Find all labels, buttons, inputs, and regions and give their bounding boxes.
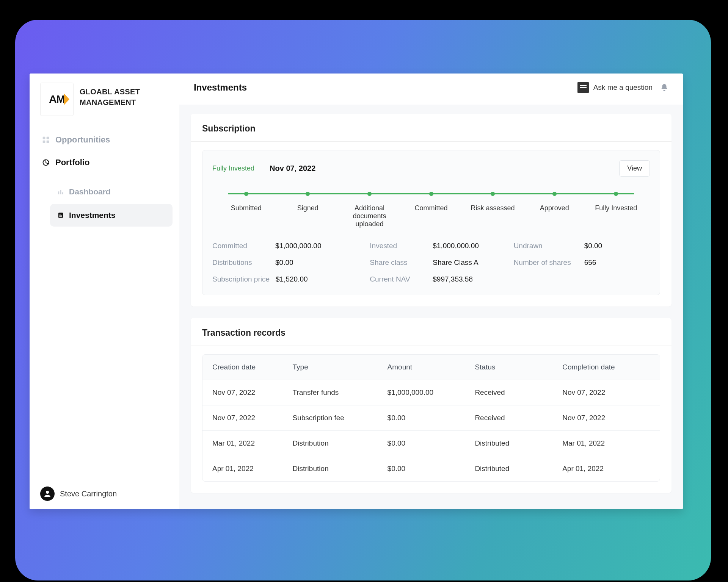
cell-status: Distributed: [475, 439, 562, 447]
table-row[interactable]: Nov 07, 2022 Subscription fee $0.00 Rece…: [202, 405, 660, 431]
step-dot-icon: [244, 192, 248, 196]
brand-logo-text: AM: [49, 93, 65, 105]
subscription-date: Nov 07, 2022: [270, 164, 315, 173]
col-creation-date: Creation date: [212, 363, 293, 371]
kv-number-shares: Number of shares656: [514, 258, 650, 267]
bell-icon[interactable]: [660, 83, 668, 92]
bar-chart-icon: [57, 188, 64, 196]
primary-nav: Opportunities Portfolio: [30, 130, 179, 173]
view-button[interactable]: View: [619, 160, 650, 177]
cell-completion-date: Apr 01, 2022: [562, 465, 650, 473]
nav-opportunities[interactable]: Opportunities: [36, 130, 173, 150]
step-risk-assessed: Risk assessed: [462, 192, 524, 228]
cell-creation-date: Nov 07, 2022: [212, 414, 293, 422]
subscription-card: Subscription Fully Invested Nov 07, 2022…: [191, 114, 672, 307]
subnav-investments[interactable]: Investments: [50, 204, 173, 227]
step-dot-icon: [552, 192, 557, 196]
cell-amount: $1,000,000.00: [388, 388, 475, 397]
kv-sub-price: Subscription price$1,520.00: [212, 275, 362, 283]
svg-rect-0: [43, 137, 46, 139]
table-row[interactable]: Mar 01, 2022 Distribution $0.00 Distribu…: [202, 431, 660, 456]
step-docs-uploaded: Additional documents uploaded: [339, 192, 400, 228]
kv-current-nav: Current NAV$997,353.58: [370, 275, 506, 283]
svg-rect-9: [59, 214, 61, 214]
cell-amount: $0.00: [388, 465, 475, 473]
main: Investments Ask me a question Subscripti…: [179, 74, 683, 509]
step-dot-icon: [306, 192, 310, 196]
subscription-panel: Fully Invested Nov 07, 2022 View Submitt…: [202, 150, 660, 295]
transactions-card: Transaction records Creation date Type A…: [191, 318, 672, 493]
nav-portfolio-label: Portfolio: [55, 158, 89, 167]
kv-label: Committed: [212, 242, 269, 250]
subscription-status: Fully Invested: [212, 164, 254, 172]
brand-name-line1: GLOABL ASSET: [80, 88, 140, 96]
svg-rect-5: [58, 191, 59, 194]
transactions-table: Creation date Type Amount Status Complet…: [202, 354, 660, 482]
svg-point-12: [46, 491, 49, 494]
step-label: Risk assessed: [471, 204, 515, 212]
svg-rect-2: [43, 141, 46, 143]
step-fully-invested: Fully Invested: [585, 192, 647, 228]
cell-creation-date: Mar 01, 2022: [212, 439, 293, 447]
col-amount: Amount: [388, 363, 475, 371]
kv-label: Invested: [370, 242, 427, 250]
step-label: Fully Invested: [595, 204, 637, 212]
svg-rect-7: [62, 192, 63, 194]
table-header: Creation date Type Amount Status Complet…: [202, 355, 660, 380]
cell-status: Distributed: [475, 465, 562, 473]
brand-name: GLOABL ASSET MANAGEMENT: [80, 83, 140, 108]
progress-stepper: Submitted Signed Additional documents up…: [215, 192, 647, 228]
svg-rect-6: [60, 190, 61, 194]
kv-distributions: Distributions$0.00: [212, 258, 362, 267]
kv-label: Undrawn: [514, 242, 578, 250]
gradient-frame: AM GLOABL ASSET MANAGEMENT Opportunities: [15, 20, 711, 580]
table-row[interactable]: Apr 01, 2022 Distribution $0.00 Distribu…: [202, 456, 660, 481]
page-title: Investments: [194, 82, 247, 93]
cell-creation-date: Nov 07, 2022: [212, 388, 293, 397]
nav-portfolio[interactable]: Portfolio: [36, 152, 173, 173]
kv-invested: Invested$1,000,000.00: [370, 242, 506, 250]
kv-label: Number of shares: [514, 258, 578, 267]
col-type: Type: [293, 363, 388, 371]
transactions-title: Transaction records: [191, 318, 672, 346]
cell-amount: $0.00: [388, 439, 475, 447]
ask-question-button[interactable]: Ask me a question: [577, 82, 653, 93]
step-label: Signed: [297, 204, 318, 212]
cell-type: Transfer funds: [293, 388, 388, 397]
step-label: Submitted: [231, 204, 262, 212]
step-submitted: Submitted: [215, 192, 277, 228]
cell-creation-date: Apr 01, 2022: [212, 465, 293, 473]
subnav-dashboard[interactable]: Dashboard: [50, 180, 173, 203]
kv-value: $1,000,000.00: [275, 242, 322, 250]
cell-type: Distribution: [293, 439, 388, 447]
cell-completion-date: Mar 01, 2022: [562, 439, 650, 447]
avatar: [40, 487, 55, 501]
table-row[interactable]: Nov 07, 2022 Transfer funds $1,000,000.0…: [202, 380, 660, 405]
kv-label: Share class: [370, 258, 427, 267]
subscription-summary-row: Fully Invested Nov 07, 2022 View: [212, 160, 650, 177]
kv-value: $1,520.00: [276, 275, 308, 283]
step-label: Additional documents uploaded: [339, 204, 400, 228]
kv-committed: Committed$1,000,000.00: [212, 242, 362, 250]
portfolio-icon: [42, 158, 50, 167]
sidebar: AM GLOABL ASSET MANAGEMENT Opportunities: [30, 74, 179, 509]
brand-logo: AM: [40, 83, 74, 116]
kv-value: $0.00: [275, 258, 293, 267]
cell-type: Distribution: [293, 465, 388, 473]
topbar: Investments Ask me a question: [179, 74, 683, 105]
step-signed: Signed: [277, 192, 339, 228]
cell-completion-date: Nov 07, 2022: [562, 414, 650, 422]
step-approved: Approved: [524, 192, 585, 228]
step-label: Approved: [540, 204, 569, 212]
portfolio-subnav: Dashboard Investments: [43, 180, 179, 227]
step-label: Committed: [415, 204, 448, 212]
cell-type: Subscription fee: [293, 414, 388, 422]
subnav-dashboard-label: Dashboard: [69, 187, 111, 196]
step-dot-icon: [614, 192, 618, 196]
grid-icon: [42, 136, 50, 144]
subnav-investments-label: Investments: [69, 211, 116, 220]
app-window: AM GLOABL ASSET MANAGEMENT Opportunities: [30, 74, 683, 509]
user-bar[interactable]: Steve Carrington: [30, 478, 179, 509]
kv-value: $0.00: [584, 242, 602, 250]
cell-amount: $0.00: [388, 414, 475, 422]
